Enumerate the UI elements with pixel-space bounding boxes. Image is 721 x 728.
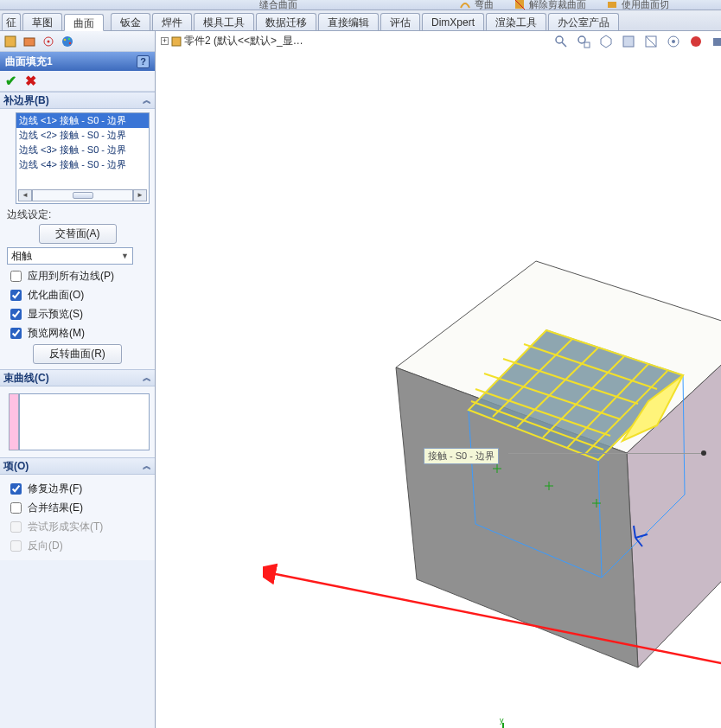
constraint-color-strip <box>9 393 19 450</box>
graphics-viewport[interactable]: + 零件2 (默认<<默认>_显… <box>156 31 721 728</box>
svg-rect-16 <box>623 36 634 47</box>
tab-weld[interactable]: 焊件 <box>152 13 192 30</box>
list-item[interactable]: 边线 <3> 接触 - S0 - 边界 <box>16 143 149 157</box>
constraint-listbox[interactable] <box>19 393 150 450</box>
svg-rect-15 <box>584 42 590 48</box>
tab-render[interactable]: 渲染工具 <box>486 13 546 30</box>
title-bar: 缝合曲面 弯曲 解除剪裁曲面 使用曲面切 <box>0 0 721 10</box>
scroll-track[interactable] <box>32 189 133 201</box>
edge-callout: 接触 - S0 - 边界 <box>424 448 499 464</box>
ok-icon[interactable]: ✔ <box>5 73 16 89</box>
scroll-thumb[interactable] <box>73 192 93 199</box>
list-item[interactable]: 边线 <1> 接触 - S0 - 边界 <box>16 113 149 128</box>
tab-migration[interactable]: 数据迁移 <box>256 13 316 30</box>
tab-sheetmetal[interactable]: 钣金 <box>111 13 150 30</box>
section-boundary-head[interactable]: 补边界(B) ︽ <box>0 92 155 109</box>
palette-icon[interactable] <box>61 35 74 48</box>
tab-evaluate[interactable]: 评估 <box>380 13 420 30</box>
target-icon[interactable] <box>41 35 55 48</box>
alt-face-button[interactable]: 交替面(A) <box>39 224 117 244</box>
combo-value: 相触 <box>11 249 32 264</box>
scroll-left-icon[interactable]: ◄ <box>18 189 32 201</box>
section-options-body: 修复边界(F) 合并结果(E) 尝试形成实体(T) 反向(D) <box>0 475 155 560</box>
svg-point-20 <box>672 40 675 43</box>
svg-point-21 <box>691 36 701 47</box>
tab-sketch[interactable]: 草图 <box>22 13 62 30</box>
callout-leader <box>508 453 704 454</box>
contact-combo[interactable]: 相触 ▼ <box>7 247 133 265</box>
edge-listbox[interactable]: 边线 <1> 接触 - S0 - 边界 边线 <2> 接触 - S0 - 边界 … <box>16 112 150 204</box>
panel-icon-2[interactable] <box>22 35 36 48</box>
svg-rect-22 <box>713 38 721 46</box>
feature-tree-root[interactable]: + 零件2 (默认<<默认>_显… <box>161 34 303 48</box>
svg-text:y: y <box>500 718 504 725</box>
reverse-surface-button[interactable]: 反转曲面(R) <box>33 344 122 364</box>
zoom-area-icon[interactable] <box>576 34 591 49</box>
svg-point-10 <box>69 42 72 44</box>
chk-reverse-dir: 反向(D) <box>7 538 148 554</box>
chk-merge-result[interactable]: 合并结果(E) <box>7 500 148 516</box>
hint-untrim[interactable]: 解除剪裁曲面 <box>514 0 586 11</box>
chk-fix-boundary[interactable]: 修复边界(F) <box>7 481 148 497</box>
display-style-icon[interactable] <box>621 34 636 49</box>
chk-preview[interactable]: 显示预览(S) <box>7 306 148 322</box>
svg-point-8 <box>64 38 67 41</box>
expand-icon[interactable]: + <box>161 37 169 45</box>
svg-point-6 <box>48 40 50 42</box>
tab-office[interactable]: 办公室产品 <box>548 13 619 30</box>
help-icon[interactable]: ? <box>137 55 150 68</box>
callout-anchor <box>701 450 706 456</box>
hint-bend[interactable]: 弯曲 <box>460 0 494 11</box>
svg-rect-11 <box>172 37 181 46</box>
scene-icon[interactable] <box>666 34 681 49</box>
tab-dimxpert[interactable]: DimXpert <box>422 13 484 30</box>
model-cube <box>285 175 721 728</box>
svg-point-7 <box>62 36 73 47</box>
svg-rect-2 <box>608 2 616 8</box>
tab-feature[interactable]: 征 <box>2 13 21 30</box>
panel-title-text: 曲面填充1 <box>5 52 53 71</box>
chevron-up-icon: ︽ <box>143 369 151 386</box>
section-options-head[interactable]: 项(O) ︽ <box>0 457 155 475</box>
render-icon[interactable] <box>711 34 721 49</box>
edge-setting-label: 边线设定: <box>7 208 150 222</box>
zoom-fit-icon[interactable] <box>553 34 569 49</box>
command-tabs: 征 草图 曲面 钣金 焊件 模具工具 数据迁移 直接编辑 评估 DimXpert… <box>0 10 721 31</box>
tab-mold[interactable]: 模具工具 <box>194 13 254 30</box>
svg-line-13 <box>562 42 566 47</box>
chk-apply-all[interactable]: 应用到所有边线(P) <box>7 268 148 284</box>
list-scrollbar[interactable]: ◄ ► <box>18 189 147 201</box>
list-item[interactable]: 边线 <2> 接触 - S0 - 边界 <box>16 128 149 143</box>
section-constraint-label: 束曲线(C) <box>3 369 49 386</box>
heads-up-toolbar <box>553 34 721 49</box>
titlebar-center-text: 缝合曲面 <box>259 0 297 11</box>
panel-title-bar: 曲面填充1 ? <box>0 52 155 71</box>
titlebar-hints: 弯曲 解除剪裁曲面 使用曲面切 <box>460 0 669 11</box>
view-triad: y <box>493 718 527 728</box>
section-icon[interactable] <box>643 34 659 49</box>
tab-directedit[interactable]: 直接编辑 <box>318 13 379 30</box>
tab-surface[interactable]: 曲面 <box>64 14 104 31</box>
tree-node-label: 零件2 (默认<<默认>_显… <box>184 34 303 48</box>
section-boundary-label: 补边界(B) <box>3 92 49 109</box>
hint-cut[interactable]: 使用曲面切 <box>607 0 669 11</box>
chevron-up-icon: ︽ <box>143 457 151 475</box>
feature-manager-panel: 曲面填充1 ? ✔ ✖ 补边界(B) ︽ 边线 <1> 接触 - S0 - 边界… <box>0 31 156 728</box>
list-item[interactable]: 边线 <4> 接触 - S0 - 边界 <box>16 157 149 172</box>
orientation-icon[interactable] <box>598 34 614 49</box>
svg-rect-4 <box>24 38 35 46</box>
svg-point-9 <box>68 37 71 40</box>
cancel-icon[interactable]: ✖ <box>25 73 36 89</box>
part-icon <box>170 35 182 48</box>
chk-optimize[interactable]: 优化曲面(O) <box>7 287 148 303</box>
section-constraint-head[interactable]: 束曲线(C) ︽ <box>0 369 155 386</box>
chevron-down-icon: ▼ <box>121 252 129 260</box>
panel-icon-1[interactable] <box>3 35 17 48</box>
scroll-right-icon[interactable]: ► <box>133 189 147 201</box>
chk-mesh[interactable]: 预览网格(M) <box>7 325 148 342</box>
section-constraint-body <box>0 386 155 457</box>
appearance-icon[interactable] <box>688 34 704 49</box>
section-boundary-body: 边线 <1> 接触 - S0 - 边界 边线 <2> 接触 - S0 - 边界 … <box>0 109 155 369</box>
svg-point-12 <box>556 36 563 43</box>
panel-icon-row <box>0 31 155 52</box>
